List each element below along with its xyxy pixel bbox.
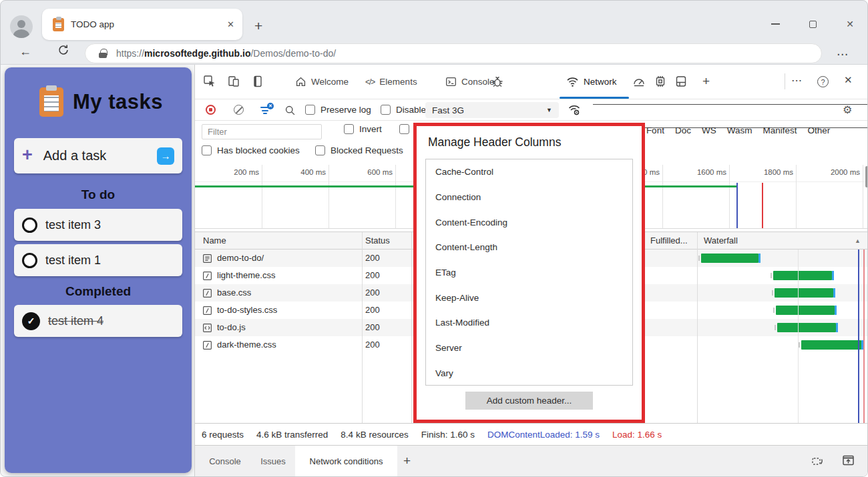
header-column-option[interactable]: ETag [426,260,632,286]
add-task-field[interactable]: + Add a task → [14,138,182,173]
request-name[interactable]: light-theme.css [217,270,275,280]
completed-task-item[interactable]: ✓ test item 4 [14,305,182,337]
minimize-button[interactable] [765,18,785,30]
column-header-status[interactable]: Status [365,235,390,246]
column-header-waterfall[interactable]: Waterfall [704,235,738,246]
filter-toggle-button[interactable]: ✕ [260,105,272,115]
preserve-log-checkbox[interactable]: Preserve log [305,105,371,115]
devtools-close-button[interactable]: ✕ [844,74,853,86]
request-name[interactable]: dark-theme.css [217,340,276,350]
overview-scrollbar[interactable] [865,166,868,187]
waterfall-bar[interactable] [777,323,836,332]
waterfall-bar[interactable] [773,271,832,280]
header-column-option[interactable]: Server [426,336,632,361]
sort-ascending-icon[interactable]: ▲ [855,237,861,244]
checkbox-icon[interactable] [381,105,391,115]
tab-console[interactable]: Console [445,65,495,99]
task-checkbox-icon[interactable] [22,217,37,233]
request-name[interactable]: base.css [217,288,251,298]
column-separator[interactable] [362,250,363,423]
device-posture-button[interactable] [811,454,825,468]
url-bar[interactable]: https://microsoftedge.github.io/Demos/de… [85,43,822,63]
record-network-log-button[interactable] [206,105,216,115]
task-done-check-icon[interactable]: ✓ [22,312,40,330]
header-column-option[interactable]: Content-Encoding [426,209,632,235]
blocked-requests-checkbox[interactable]: Blocked Requests [315,145,403,155]
tab-welcome[interactable]: Welcome [295,65,349,99]
waterfall-bar[interactable] [776,306,835,315]
waterfall-bar[interactable] [775,288,833,298]
window-close-button[interactable]: ✕ [840,18,860,30]
devtools-more-menu-button[interactable]: ⋯ [791,74,803,87]
drawer-tab-issues[interactable]: Issues [254,446,292,476]
debugger-button[interactable] [491,75,504,88]
focus-page-button[interactable] [251,75,264,88]
overview-tick-label: 2000 ms [816,168,860,176]
more-tabs-button[interactable]: + [702,74,710,89]
browser-tab[interactable]: TODO app ✕ [42,9,242,40]
add-task-submit-button[interactable]: → [157,147,174,165]
todo-section-heading: To do [14,187,182,202]
header-column-option[interactable]: Content-Length [426,235,632,260]
request-name[interactable]: demo-to-do/ [217,253,264,263]
network-conditions-button[interactable] [568,104,581,116]
clear-network-log-button[interactable] [234,105,244,115]
resource-type-chip[interactable]: WS [702,125,716,135]
column-separator[interactable] [411,250,412,423]
lock-icon[interactable] [99,49,107,58]
invert-filter-checkbox[interactable]: Invert [344,124,382,134]
task-checkbox-icon[interactable] [22,253,37,268]
memory-button[interactable] [654,75,667,88]
task-item[interactable]: test item 3 [14,209,182,241]
header-column-option[interactable]: Last-Modified [426,310,632,336]
drawer-add-tab-button[interactable]: + [403,454,411,468]
header-column-option[interactable]: Connection [426,185,632,210]
expand-drawer-button[interactable] [841,454,855,467]
checkbox-icon[interactable] [399,124,409,134]
resource-type-chip[interactable]: Other [807,125,830,135]
browser-menu-button[interactable]: ⋯ [837,47,849,61]
resource-type-chip[interactable]: Manifest [763,125,797,135]
back-button[interactable]: ← [19,45,31,59]
resource-type-chip[interactable]: Wasm [727,125,752,135]
application-button[interactable] [674,75,688,88]
column-header-fulfilled[interactable]: Fulfilled... [650,235,688,246]
checkbox-icon[interactable] [315,145,325,155]
drawer-tab-console[interactable]: Console [202,446,248,476]
tab-close-icon[interactable]: ✕ [227,19,234,29]
task-item[interactable]: test item 1 [14,244,182,276]
column-separator[interactable] [697,250,698,423]
resource-type-chip[interactable]: Font [646,125,664,135]
add-custom-header-button[interactable]: Add custom header... [465,392,593,410]
waterfall-bar[interactable] [801,340,861,350]
maximize-button[interactable] [803,18,823,30]
inspect-element-button[interactable] [203,75,216,88]
refresh-button[interactable] [57,43,70,57]
header-column-option[interactable]: Vary [426,361,632,386]
resource-type-chip[interactable]: Doc [675,125,691,135]
request-name[interactable]: to-do.js [217,322,246,332]
column-header-name[interactable]: Name [203,235,226,246]
device-emulation-button[interactable] [227,75,240,88]
tab-network[interactable]: Network [566,65,617,99]
request-name[interactable]: to-do-styles.css [217,305,277,315]
home-icon [295,76,306,87]
search-button[interactable] [284,105,296,116]
import-har-button[interactable]: ↑ [593,104,868,116]
throttling-select[interactable]: Fast 3G ▼ [425,102,559,118]
filter-input[interactable]: Filter [202,124,322,139]
profile-avatar[interactable] [10,15,33,38]
waterfall-bar[interactable] [701,254,758,263]
network-settings-gear-icon[interactable]: ⚙ [843,103,852,116]
devtools-help-button[interactable]: ? [817,76,829,87]
tab-elements[interactable]: </> Elements [365,65,417,99]
checkbox-icon[interactable] [344,124,354,134]
header-column-option[interactable]: Keep-Alive [426,285,632,310]
new-tab-button[interactable]: + [254,18,262,34]
checkbox-icon[interactable] [305,105,315,115]
drawer-tab-network-conditions[interactable]: Network conditions [295,446,397,476]
header-column-option[interactable]: Cache-Control [426,159,632,185]
has-blocked-cookies-checkbox[interactable]: Has blocked cookies [202,145,300,155]
checkbox-icon[interactable] [202,145,212,155]
performance-button[interactable] [632,75,646,88]
